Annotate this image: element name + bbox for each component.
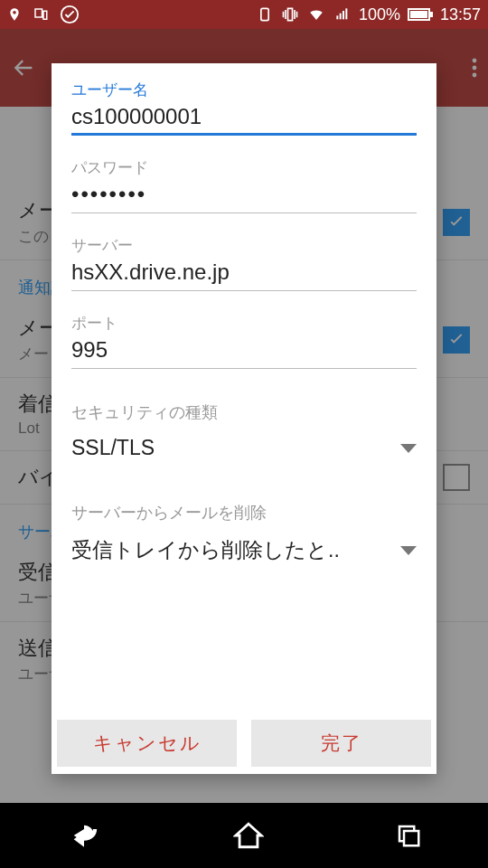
svg-rect-3 bbox=[340, 14, 342, 20]
svg-rect-1 bbox=[261, 8, 268, 20]
username-input[interactable] bbox=[71, 100, 417, 136]
signal-icon bbox=[333, 7, 352, 22]
battery-pct: 100% bbox=[359, 5, 400, 24]
battery-icon bbox=[408, 8, 433, 21]
location-icon bbox=[7, 5, 22, 24]
svg-rect-7 bbox=[410, 11, 427, 18]
svg-rect-13 bbox=[404, 831, 418, 845]
password-label: パスワード bbox=[71, 157, 417, 178]
vibrate-alt-icon bbox=[281, 5, 299, 24]
chevron-down-icon bbox=[400, 444, 417, 453]
port-label: ポート bbox=[71, 313, 417, 334]
nav-back-icon[interactable] bbox=[66, 820, 102, 851]
vibrate-icon bbox=[256, 5, 274, 24]
security-type-select[interactable]: SSL/TLS bbox=[71, 423, 417, 469]
cancel-button[interactable]: キャンセル bbox=[57, 720, 237, 767]
status-bar: 100% 13:57 bbox=[0, 0, 488, 29]
svg-rect-5 bbox=[345, 8, 347, 19]
port-input[interactable] bbox=[71, 334, 417, 369]
delete-policy-value: 受信トレイから削除したと.. bbox=[71, 536, 340, 564]
devices-icon bbox=[31, 6, 51, 23]
svg-rect-8 bbox=[430, 12, 433, 17]
svg-rect-2 bbox=[336, 15, 338, 19]
check-circle-icon bbox=[60, 5, 80, 24]
svg-rect-4 bbox=[343, 11, 344, 19]
wifi-icon bbox=[306, 6, 326, 23]
security-type-label: セキュリティの種類 bbox=[71, 401, 417, 423]
server-label: サーバー bbox=[71, 235, 417, 256]
password-input[interactable] bbox=[71, 178, 417, 213]
modal-overlay: ユーザー名 パスワード サーバー ポート セキュリティの種類 SSL/TLS サ… bbox=[0, 29, 488, 803]
clock-text: 13:57 bbox=[440, 5, 481, 24]
done-button[interactable]: 完了 bbox=[251, 720, 431, 767]
delete-policy-label: サーバーからメールを削除 bbox=[71, 502, 417, 524]
nav-home-icon[interactable] bbox=[233, 820, 264, 851]
server-input[interactable] bbox=[71, 256, 417, 291]
security-type-value: SSL/TLS bbox=[71, 436, 155, 460]
server-settings-dialog: ユーザー名 パスワード サーバー ポート セキュリティの種類 SSL/TLS サ… bbox=[52, 63, 436, 774]
username-label: ユーザー名 bbox=[71, 80, 417, 100]
chevron-down-icon bbox=[400, 546, 417, 555]
nav-recent-icon[interactable] bbox=[395, 822, 422, 849]
delete-policy-select[interactable]: 受信トレイから削除したと.. bbox=[71, 524, 417, 573]
nav-bar bbox=[0, 803, 488, 868]
